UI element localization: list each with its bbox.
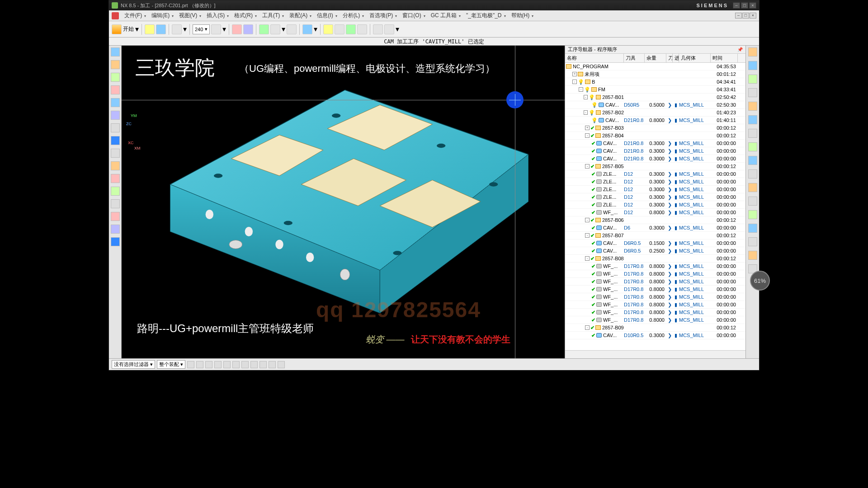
- rs-icon-4[interactable]: [748, 88, 757, 97]
- sb-icon-11[interactable]: [278, 361, 285, 368]
- sb-icon-8[interactable]: [250, 361, 258, 368]
- nav-row[interactable]: ✔WF_...D120.8000❯▮MCS_MILL00:00:00: [565, 209, 745, 216]
- sb-icon-1[interactable]: [187, 361, 194, 368]
- resource-tab-6-icon[interactable]: [111, 111, 120, 120]
- nav-row[interactable]: ✔WF_...D17R0.80.8000❯▮MCS_MILL00:00:00: [565, 309, 745, 316]
- tool-i-icon[interactable]: [346, 24, 356, 34]
- tool-c-icon[interactable]: [259, 24, 269, 34]
- open-icon[interactable]: [145, 24, 155, 34]
- nav-row[interactable]: -✔2857-B0400:00:12: [565, 132, 745, 140]
- nav-row[interactable]: -💡B04:34:41: [565, 78, 745, 86]
- rs-icon-10[interactable]: [748, 169, 757, 178]
- resource-tab-5-icon[interactable]: [111, 98, 120, 107]
- nav-row[interactable]: ✔CAV...D6R0.50.2500❯▮MCS_MILL00:00:00: [565, 247, 745, 255]
- nav-row[interactable]: ✔CAV...D21R0.80.3000❯▮MCS_MILL00:00:00: [565, 155, 745, 163]
- col-a[interactable]: 刀: [666, 54, 673, 62]
- nav-row[interactable]: ✔ZLE...D120.3000❯▮MCS_MILL00:00:00: [565, 170, 745, 178]
- menu-item[interactable]: 首选项(P): [368, 12, 395, 19]
- nav-row[interactable]: -💡2857-B0201:40:23: [565, 109, 745, 117]
- tool-j-icon[interactable]: [357, 24, 367, 34]
- menu-item[interactable]: 编辑(E): [150, 12, 171, 19]
- rs-icon-1[interactable]: [748, 47, 757, 56]
- resource-tab-14-icon[interactable]: [111, 212, 120, 221]
- expand-icon[interactable]: -: [585, 256, 590, 261]
- nav-body[interactable]: NC_PROGRAM04:35:53+未用项00:01:12-💡B04:34:4…: [565, 63, 745, 350]
- tool-l-icon[interactable]: [384, 24, 394, 34]
- menu-item[interactable]: 文件(F): [123, 12, 144, 19]
- sb-icon-4[interactable]: [214, 361, 222, 368]
- expand-icon[interactable]: +: [585, 126, 590, 130]
- expand-icon[interactable]: -: [579, 87, 583, 92]
- menu-item[interactable]: 装配(A): [288, 12, 309, 19]
- layer-select[interactable]: 240▾: [193, 24, 210, 34]
- minimize-button[interactable]: –: [733, 2, 740, 9]
- rs-icon-15[interactable]: [748, 237, 757, 246]
- resource-tab-1-icon[interactable]: [111, 47, 120, 56]
- nav-row[interactable]: 💡CAV...D50R50.5000❯▮MCS_MILL02:50:30: [565, 101, 745, 109]
- assembly-select[interactable]: 整个装配 ▾: [157, 360, 185, 369]
- resource-tab-7-icon[interactable]: [111, 123, 120, 132]
- col-remain[interactable]: 余量: [645, 54, 666, 62]
- start-icon[interactable]: [112, 24, 122, 34]
- resource-tab-11-icon[interactable]: [111, 174, 120, 183]
- resource-tab-13-icon[interactable]: [111, 199, 120, 208]
- mdi-minimize-button[interactable]: –: [735, 13, 742, 19]
- resource-tab-3-icon[interactable]: [111, 73, 120, 82]
- nav-row[interactable]: ✔ZLE...D120.3000❯▮MCS_MILL00:00:00: [565, 178, 745, 186]
- tool-b-icon[interactable]: [243, 24, 253, 34]
- layer-icon[interactable]: [211, 24, 221, 34]
- close-button[interactable]: ×: [749, 2, 756, 9]
- nav-row[interactable]: ✔WF_...D17R0.80.8000❯▮MCS_MILL00:00:00: [565, 263, 745, 270]
- nav-row[interactable]: ✔CAV...D60.3000❯▮MCS_MILL00:00:00: [565, 224, 745, 232]
- tool-f-icon[interactable]: [302, 24, 312, 34]
- nav-row[interactable]: ✔CAV...D21R0.80.3000❯▮MCS_MILL00:00:00: [565, 147, 745, 155]
- rs-icon-12[interactable]: [748, 197, 757, 206]
- sb-icon-5[interactable]: [223, 361, 231, 368]
- menu-item[interactable]: 分析(L): [341, 12, 362, 19]
- resource-tab-12-icon[interactable]: [111, 187, 120, 196]
- menu-item[interactable]: 工具(T): [260, 12, 282, 19]
- tool-g-icon[interactable]: [323, 24, 333, 34]
- nav-row[interactable]: ✔WF_...D17R0.80.8000❯▮MCS_MILL00:00:00: [565, 316, 745, 324]
- nav-row[interactable]: +未用项00:01:12: [565, 70, 745, 78]
- resource-tab-4-icon[interactable]: [111, 85, 120, 94]
- sb-icon-6[interactable]: [232, 361, 240, 368]
- tool-d-icon[interactable]: [270, 24, 280, 34]
- rs-icon-7[interactable]: [748, 129, 757, 138]
- nav-row[interactable]: ✔WF_...D17R0.80.8000❯▮MCS_MILL00:00:00: [565, 301, 745, 309]
- menu-item[interactable]: GC 工具箱: [429, 12, 458, 19]
- expand-icon[interactable]: +: [572, 72, 577, 76]
- nav-row[interactable]: +✔2857-B0300:00:12: [565, 124, 745, 132]
- mdi-close-button[interactable]: ×: [750, 13, 756, 19]
- sb-icon-3[interactable]: [205, 361, 212, 368]
- col-time[interactable]: 时间: [711, 54, 738, 62]
- col-tool[interactable]: 刀具: [624, 54, 645, 62]
- resource-tab-9-icon[interactable]: [111, 149, 120, 158]
- nav-row[interactable]: ✔CAV...D10R0.50.3000❯▮MCS_MILL00:00:00: [565, 332, 745, 339]
- pin-icon[interactable]: 📌: [737, 47, 743, 52]
- menu-item[interactable]: 插入(S): [205, 12, 226, 19]
- nav-row[interactable]: ✔ZLE...D120.3000❯▮MCS_MILL00:00:00: [565, 186, 745, 193]
- nav-row[interactable]: -✔2857-B0700:00:12: [565, 232, 745, 239]
- nav-row[interactable]: ✔WF_...D17R0.80.8000❯▮MCS_MILL00:00:00: [565, 270, 745, 278]
- rs-icon-14[interactable]: [748, 224, 757, 233]
- rs-icon-11[interactable]: [748, 183, 757, 192]
- menu-item[interactable]: 帮助(H): [509, 12, 532, 19]
- menu-item[interactable]: 视图(V): [177, 12, 199, 19]
- col-b[interactable]: 进: [673, 54, 679, 62]
- nav-row[interactable]: ✔WF_...D17R0.80.8000❯▮MCS_MILL00:00:00: [565, 293, 745, 301]
- nav-row[interactable]: -✔2857-B0600:00:12: [565, 216, 745, 224]
- nav-row[interactable]: ✔WF_...D17R0.80.8000❯▮MCS_MILL00:00:00: [565, 278, 745, 286]
- nav-row[interactable]: -✔2857-B0500:00:12: [565, 163, 745, 170]
- expand-icon[interactable]: -: [584, 110, 588, 115]
- resource-tab-8-icon[interactable]: [111, 136, 120, 145]
- resource-tab-16-icon[interactable]: [111, 237, 120, 246]
- tool-h-icon[interactable]: [335, 24, 344, 34]
- save-icon[interactable]: [156, 24, 166, 34]
- nav-row[interactable]: 💡CAV...D21R0.80.8000❯▮MCS_MILL01:40:11: [565, 117, 745, 124]
- rs-icon-13[interactable]: [748, 210, 757, 219]
- resource-tab-2-icon[interactable]: [111, 60, 120, 69]
- nav-row[interactable]: NC_PROGRAM04:35:53: [565, 63, 745, 70]
- nav-row[interactable]: ✔WF_...D17R0.80.8000❯▮MCS_MILL00:00:00: [565, 286, 745, 293]
- nav-row[interactable]: ✔ZLE...D120.3000❯▮MCS_MILL00:00:00: [565, 193, 745, 201]
